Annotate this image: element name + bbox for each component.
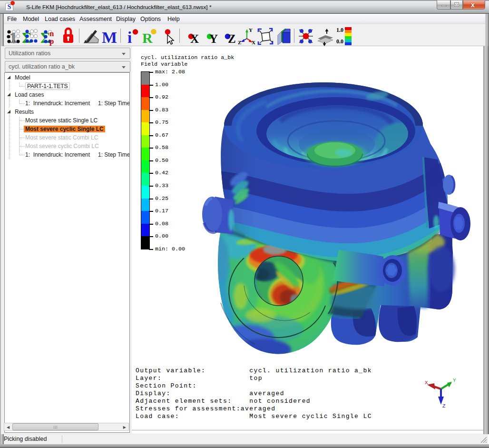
svg-text:Z: Z xyxy=(228,32,236,45)
svg-text:0.0: 0.0 xyxy=(336,38,343,45)
svg-text:Y: Y xyxy=(249,27,253,33)
svg-text:1: 1 xyxy=(10,29,17,46)
svg-text:1.0: 1.0 xyxy=(336,27,343,33)
svg-text:Z: Z xyxy=(442,403,446,409)
svg-text:X: X xyxy=(190,32,199,45)
svg-text:p: p xyxy=(49,37,54,46)
svg-text:Z: Z xyxy=(238,40,241,45)
svg-text:X: X xyxy=(425,380,428,386)
svg-text:X: X xyxy=(252,40,255,45)
svg-text:Y: Y xyxy=(453,378,456,383)
svg-text:M: M xyxy=(102,29,117,46)
svg-text:i: i xyxy=(127,29,132,46)
svg-text:Y: Y xyxy=(209,32,218,45)
